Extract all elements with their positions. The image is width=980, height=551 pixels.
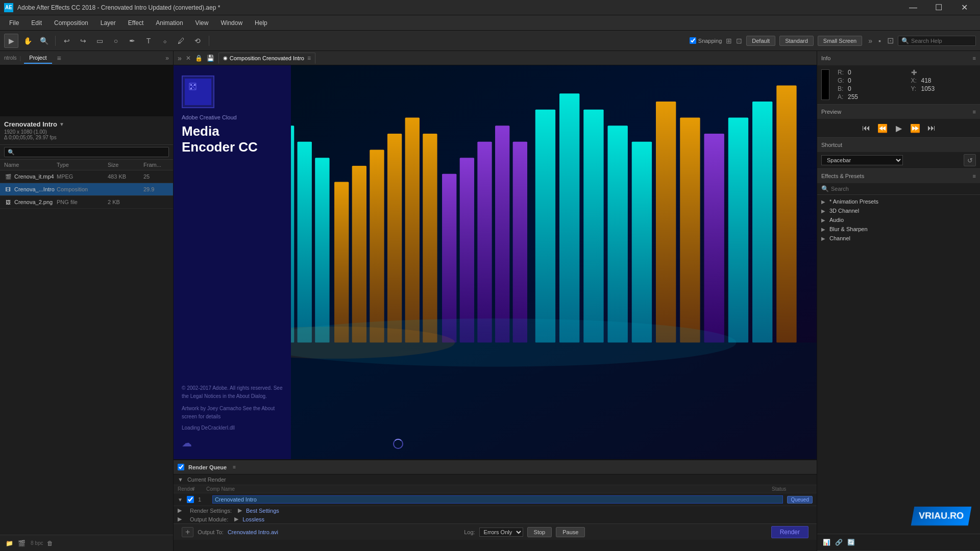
effects-search-input[interactable] [831,186,976,192]
minimize-button[interactable]: — [901,0,925,15]
effects-item-animation[interactable]: ▶ * Animation Presets [817,197,980,206]
title-bar-controls[interactable]: — ☐ ✕ [901,0,976,15]
grid-icon[interactable]: ⊡ [736,37,742,45]
menu-composition[interactable]: Composition [49,17,93,29]
col-name[interactable]: Name [4,162,57,168]
comp-tab-menu[interactable]: ✕ [186,55,191,62]
effects-item-channel[interactable]: ▶ Channel [817,234,980,243]
tool-rotate[interactable]: ↩ [60,34,74,48]
effects-search[interactable]: 🔍 [817,183,980,195]
shortcut-reset-btn[interactable]: ↺ [964,154,976,166]
menu-file[interactable]: File [4,17,24,29]
preview-play[interactable]: ▶ [893,122,905,134]
preview-skip-back[interactable]: ⏮ [860,122,872,134]
effects-item-blur[interactable]: ▶ Blur & Sharpen [817,224,980,234]
snapping-toggle[interactable]: Snapping [690,37,722,44]
tool-hand[interactable]: ✋ [20,34,35,48]
tool-shape-rect[interactable]: ▭ [92,34,107,48]
output-expand[interactable]: ▶ [178,516,186,522]
effects-btn-bar-chart[interactable]: 📊 [821,537,831,547]
file-item-png[interactable]: 🖼 Crenova_2.png PNG file 2 KB [0,196,173,209]
search-help-box[interactable]: 🔍 [898,36,976,46]
workspace-default[interactable]: Default [746,36,775,46]
preview-controls: ⏮ ⏪ ▶ ⏩ ⏭ [817,119,980,137]
menu-edit[interactable]: Edit [26,17,47,29]
effects-item-audio[interactable]: ▶ Audio [817,215,980,224]
comp-tab-save[interactable]: 💾 [207,55,214,62]
col-size[interactable]: Size [108,162,143,168]
tool-roto[interactable]: ↪ [76,34,90,48]
close-button[interactable]: ✕ [952,0,976,15]
tool-clone[interactable]: ⬦ [158,34,172,48]
effects-btn-network[interactable]: 🔗 [834,537,844,547]
file-item-comp[interactable]: 🎞 Crenova_...Intro Composition 29.9 [0,183,173,196]
comp-tab-settings-icon[interactable]: ≡ [307,55,311,62]
info-menu-icon[interactable]: ≡ [973,55,976,61]
preview-step-back[interactable]: ⏪ [876,122,889,134]
project-search[interactable] [0,145,173,160]
col-type[interactable]: Type [57,162,108,168]
project-search-input[interactable] [4,147,169,157]
snapping-label: Snapping [698,38,722,44]
expand-icon[interactable]: ⊞ [726,37,732,45]
pause-button[interactable]: Pause [556,527,585,537]
maximize-button[interactable]: ☐ [927,0,950,15]
menu-view[interactable]: View [190,17,214,29]
snapping-checkbox[interactable] [690,37,696,44]
tool-shape-ellipse[interactable]: ○ [109,34,123,48]
svg-rect-13 [387,134,402,343]
tool-puppet[interactable]: ⟲ [190,34,205,48]
render-item-expand[interactable]: ▼ [178,497,183,503]
tool-text[interactable]: T [141,34,156,48]
comp-tab-lock[interactable]: 🔒 [195,55,203,62]
panel-menu-icon[interactable]: ≡ [57,54,61,62]
preview-step-fwd[interactable]: ⏩ [909,122,921,134]
tool-pen[interactable]: ✒ [125,34,139,48]
new-comp-icon[interactable]: 🎬 [16,538,27,548]
add-output-btn[interactable]: + [182,527,193,537]
stop-button[interactable]: Stop [527,527,552,537]
preview-skip-fwd[interactable]: ⏭ [925,122,938,134]
comp-tabs-expand[interactable]: » [178,54,182,62]
menu-help[interactable]: Help [250,17,273,29]
file-item-mp4[interactable]: 🎬 Crenova_it.mp4 MPEG 483 KB 25 [0,170,173,183]
log-select[interactable]: Errors Only [479,528,523,537]
workspace-small[interactable]: Small Screen [818,36,862,46]
panels-icon[interactable]: » [868,37,872,45]
render-settings-value[interactable]: Best Settings [246,508,279,514]
output-module-value[interactable]: Lossless [242,516,264,522]
menu-layer[interactable]: Layer [95,17,121,29]
tool-paint[interactable]: 🖊 [174,34,188,48]
expand-toggle[interactable]: ▼ [178,477,183,483]
preview-menu-icon[interactable]: ≡ [973,109,976,115]
render-button[interactable]: Render [771,526,808,538]
tool-zoom[interactable]: 🔍 [37,34,51,48]
menu-effect[interactable]: Effect [123,17,149,29]
svg-rect-20 [513,142,527,343]
col-frames[interactable]: Fram... [143,162,169,168]
render-item-checkbox[interactable] [187,496,194,503]
project-tab[interactable]: Project [24,53,52,64]
comp-tab-main[interactable]: ◉ Composition Crenovated Intro ≡ [218,53,315,64]
comp-dropdown-icon[interactable]: ▼ [59,121,64,127]
shortcut-select[interactable]: Spacebar [821,155,903,165]
render-queue-checkbox[interactable] [178,464,184,470]
settings-expand[interactable]: ▶ [178,507,186,514]
menu-animation[interactable]: Animation [151,17,188,29]
effects-btn-refresh[interactable]: 🔄 [846,537,856,547]
new-folder-icon[interactable]: 📁 [4,538,14,548]
output-to-value[interactable]: Crenovated Intro.avi [228,529,278,535]
effects-item-3d[interactable]: ▶ 3D Channel [817,206,980,215]
render-queue-menu[interactable]: ≡ [233,464,236,470]
effects-menu-icon[interactable]: ≡ [973,173,976,179]
menu-window[interactable]: Window [215,17,248,29]
icon1[interactable]: ⊡ [887,36,894,45]
tool-select[interactable]: ▶ [4,34,18,48]
b-row: B: 0 [838,85,903,93]
trash-icon[interactable]: 🗑 [45,538,55,548]
search-help-input[interactable] [911,38,972,44]
workspace-standard[interactable]: Standard [779,36,814,46]
splash-logo [182,76,214,108]
panel-expand-icon[interactable]: » [165,55,169,62]
controls-tab[interactable]: ntrols [4,55,16,61]
